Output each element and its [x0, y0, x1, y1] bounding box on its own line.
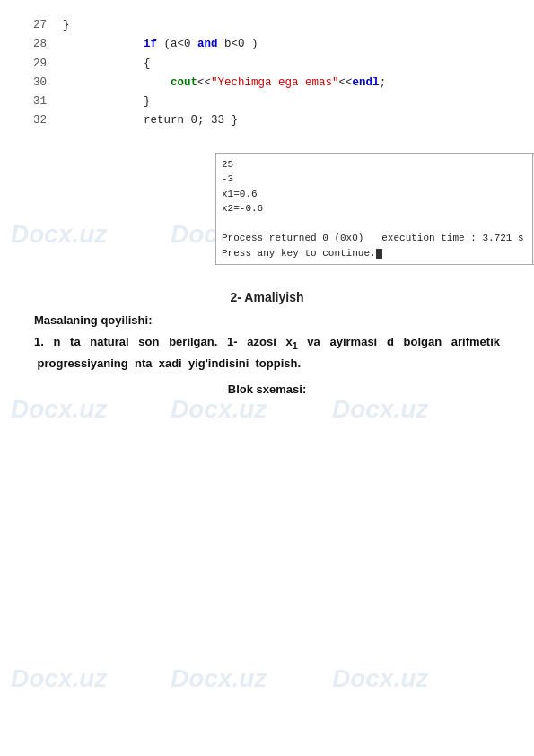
code-line-28: 28 if (a<0 and b<0 ) — [27, 35, 507, 54]
code-content: { — [63, 55, 151, 74]
watermark-7: Docx.uz — [11, 664, 107, 693]
line-number: 30 — [27, 74, 63, 92]
blok-title: Blok sxemasi: — [34, 382, 500, 396]
task-body: 1. n ta natural son berilgan. 1- azosi x… — [34, 332, 500, 374]
task-body-text: 1. n ta natural son berilgan. 1- azosi x… — [34, 335, 500, 370]
code-line-30: 30 cout<<"Yechimga ega emas"<<endl; — [27, 74, 507, 92]
code-content: cout<<"Yechimga ega emas"<<endl; — [63, 74, 386, 92]
watermark-8: Docx.uz — [171, 664, 267, 693]
watermark-1: Docx.uz — [11, 220, 107, 249]
code-content: } — [63, 16, 70, 35]
watermark-9: Docx.uz — [332, 664, 428, 693]
watermark-6: Docx.uz — [332, 395, 428, 424]
terminal-line: x1=0.6 — [222, 187, 527, 202]
terminal-container: 25 -3 x1=0.6 x2=-0.6 Process returned 0 … — [108, 153, 458, 266]
code-line-29: 29 { — [27, 55, 507, 74]
section-heading: 2- Amaliyish — [0, 290, 534, 304]
task-title: Masalaning qoyilishi: — [34, 313, 500, 327]
watermark-4: Docx.uz — [11, 395, 107, 424]
terminal-content: 25 -3 x1=0.6 x2=-0.6 Process returned 0 … — [222, 157, 534, 261]
terminal-line — [222, 216, 527, 232]
string-value: "Yechimga ega emas" — [211, 76, 339, 89]
terminal-line: 25 — [222, 157, 527, 172]
terminal-box: 25 -3 x1=0.6 x2=-0.6 Process returned 0 … — [215, 153, 534, 266]
terminal-line: -3 — [222, 171, 527, 187]
task-section: Masalaning qoyilishi: 1. n ta natural so… — [0, 313, 534, 396]
line-number: 32 — [27, 111, 63, 130]
code-content: } — [63, 92, 151, 111]
terminal-line: Process returned 0 (0x0) execution time … — [222, 231, 527, 246]
line-number: 27 — [27, 16, 63, 35]
watermark-5: Docx.uz — [171, 395, 267, 424]
keyword-cout: cout — [171, 76, 197, 89]
keyword-if: if — [144, 38, 157, 50]
line-number: 31 — [27, 92, 63, 111]
keyword-endl: endl — [353, 76, 380, 89]
line-number: 29 — [27, 55, 63, 74]
code-content: return 0; 33 } — [63, 111, 238, 130]
keyword-and: and — [197, 38, 218, 50]
code-line-32: 32 return 0; 33 } — [27, 111, 507, 130]
code-line-27: 27 } — [27, 16, 507, 35]
code-content: if (a<0 and b<0 ) — [63, 35, 258, 54]
terminal-line: x2=-0.6 — [222, 201, 527, 216]
terminal-line-cursor: Press any key to continue. — [222, 246, 527, 261]
line-number: 28 — [27, 35, 63, 54]
code-section: 27 } 28 if (a<0 and b<0 ) 29 { 30 cout<<… — [0, 0, 534, 140]
code-line-31: 31 } — [27, 92, 507, 111]
